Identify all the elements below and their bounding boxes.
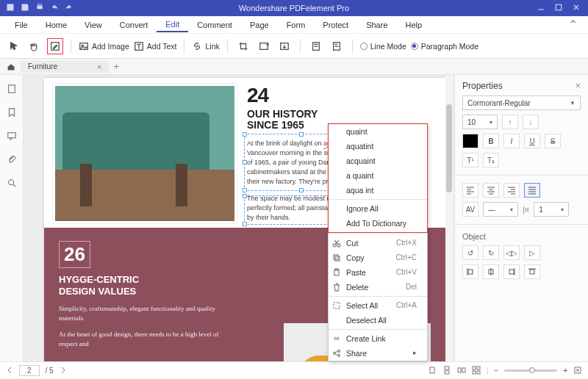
- maximize-icon[interactable]: [554, 3, 563, 13]
- delete-item[interactable]: DeleteDel: [329, 280, 427, 295]
- char-spacing-value[interactable]: —▾: [483, 202, 518, 217]
- menu-home[interactable]: Home: [37, 18, 76, 32]
- collapse-ribbon-icon[interactable]: ⌃: [564, 15, 582, 34]
- page-number-field[interactable]: 2: [19, 365, 40, 376]
- thumbnails-icon[interactable]: [7, 84, 17, 97]
- line-mode-radio[interactable]: Line Mode: [360, 42, 406, 51]
- obj-align-center[interactable]: [483, 264, 499, 279]
- view-facing-icon[interactable]: [457, 366, 466, 376]
- bookmarks-icon[interactable]: [7, 107, 17, 120]
- font-color-button[interactable]: [462, 134, 478, 148]
- undo-icon[interactable]: [50, 3, 59, 13]
- font-size-dropdown[interactable]: 10▾: [462, 115, 498, 129]
- document-tab[interactable]: Furniture ×: [21, 61, 109, 73]
- select-all-item[interactable]: Select AllCtrl+A: [329, 298, 427, 313]
- zoom-in-icon[interactable]: +: [563, 367, 567, 375]
- next-page-icon[interactable]: [60, 367, 67, 375]
- share-item[interactable]: Share▸: [329, 346, 427, 361]
- align-tool-1[interactable]: [308, 38, 324, 54]
- add-to-dictionary-item[interactable]: Add To Dictionary: [329, 216, 427, 231]
- rotate-left-button[interactable]: ↺: [462, 245, 478, 260]
- obj-align-top[interactable]: [524, 264, 540, 279]
- hand-tool[interactable]: [26, 38, 43, 54]
- canvas-scrollbar[interactable]: [445, 75, 453, 361]
- minimize-icon[interactable]: [537, 3, 545, 13]
- font-family-dropdown[interactable]: Cormorant-Regular▼: [462, 95, 581, 110]
- line-spacing-value[interactable]: 1▾: [534, 202, 569, 217]
- align-justify-button[interactable]: [524, 183, 540, 198]
- decrease-size-button[interactable]: ↓: [523, 115, 539, 129]
- suggestion-item[interactable]: acquaint: [329, 154, 427, 168]
- deselect-all-item[interactable]: Deselect All: [329, 313, 427, 328]
- print-icon[interactable]: [35, 3, 44, 13]
- rotate-right-button[interactable]: ↻: [483, 245, 499, 260]
- close-window-icon[interactable]: [572, 3, 581, 13]
- attachments-icon[interactable]: [7, 154, 17, 167]
- extract-image-tool[interactable]: [276, 38, 293, 54]
- fit-page-icon[interactable]: [573, 366, 582, 376]
- copy-item[interactable]: CopyCtrl+C: [329, 250, 427, 265]
- select-tool[interactable]: [6, 38, 22, 54]
- crop-tool[interactable]: [235, 38, 251, 54]
- save-icon[interactable]: [21, 3, 29, 13]
- svg-rect-46: [473, 371, 476, 374]
- view-single-icon[interactable]: [428, 366, 437, 376]
- suggestion-item[interactable]: a quaint: [329, 168, 427, 183]
- redo-icon[interactable]: [65, 3, 74, 13]
- menu-comment[interactable]: Comment: [188, 18, 241, 32]
- cut-item[interactable]: CutCtrl+X: [329, 236, 427, 250]
- left-rail: [0, 75, 24, 361]
- edit-object-tool[interactable]: [47, 38, 63, 54]
- svg-rect-43: [462, 368, 465, 372]
- menu-protect[interactable]: Protect: [314, 18, 357, 32]
- menu-share[interactable]: Share: [357, 18, 396, 32]
- menu-form[interactable]: Form: [278, 18, 315, 32]
- obj-align-right[interactable]: [503, 264, 520, 279]
- home-tab-icon[interactable]: [4, 62, 18, 71]
- add-image-button[interactable]: Add Image: [79, 41, 129, 51]
- view-facing-cont-icon[interactable]: [472, 366, 481, 376]
- suggestion-item[interactable]: quaint: [329, 124, 427, 139]
- link-button[interactable]: Link: [192, 41, 219, 51]
- menu-page[interactable]: Page: [241, 18, 278, 32]
- close-tab-icon[interactable]: ×: [97, 62, 101, 71]
- prev-page-icon[interactable]: [6, 367, 13, 375]
- align-center-button[interactable]: [483, 183, 499, 198]
- delete-icon: [332, 283, 341, 292]
- add-text-button[interactable]: Add Text: [134, 41, 177, 51]
- search-icon[interactable]: [7, 178, 17, 191]
- menu-edit[interactable]: Edit: [157, 18, 188, 32]
- suggestion-item[interactable]: aquatint: [329, 139, 427, 154]
- zoom-out-icon[interactable]: −: [494, 367, 498, 375]
- menu-view[interactable]: View: [76, 18, 111, 32]
- superscript-button[interactable]: T¹: [462, 153, 478, 167]
- italic-button[interactable]: I: [503, 134, 520, 148]
- obj-align-left[interactable]: [462, 264, 478, 279]
- underline-button[interactable]: U: [524, 134, 540, 148]
- menu-help[interactable]: Help: [397, 18, 431, 32]
- menu-convert[interactable]: Convert: [111, 18, 157, 32]
- menu-file[interactable]: File: [6, 18, 37, 32]
- align-right-button[interactable]: [503, 183, 520, 198]
- zoom-slider[interactable]: [504, 369, 557, 372]
- close-panel-icon[interactable]: ×: [576, 81, 581, 91]
- suggestion-item[interactable]: aqua int: [329, 183, 427, 198]
- subscript-button[interactable]: T₁: [483, 153, 499, 167]
- view-continuous-icon[interactable]: [442, 366, 451, 376]
- new-tab-button[interactable]: +: [113, 61, 119, 72]
- align-tool-2[interactable]: [329, 38, 345, 54]
- replace-image-tool[interactable]: [256, 38, 272, 54]
- flip-vertical-button[interactable]: ▷: [524, 245, 540, 260]
- body-paragraph-3: Simplicity, craftsmanship, elegant funct…: [59, 304, 220, 322]
- flip-horizontal-button[interactable]: ◁▷: [503, 245, 520, 260]
- char-spacing-button[interactable]: AV: [462, 202, 478, 217]
- strike-button[interactable]: S: [545, 134, 561, 148]
- create-link-item[interactable]: Create Link: [329, 331, 427, 346]
- paste-item[interactable]: PasteCtrl+V: [329, 265, 427, 280]
- ignore-all-item[interactable]: Ignore All: [329, 201, 427, 216]
- bold-button[interactable]: B: [483, 134, 499, 148]
- increase-size-button[interactable]: ↑: [502, 115, 518, 129]
- align-left-button[interactable]: [462, 183, 478, 198]
- comments-icon[interactable]: [7, 131, 17, 144]
- paragraph-mode-radio[interactable]: Paragraph Mode: [411, 42, 478, 51]
